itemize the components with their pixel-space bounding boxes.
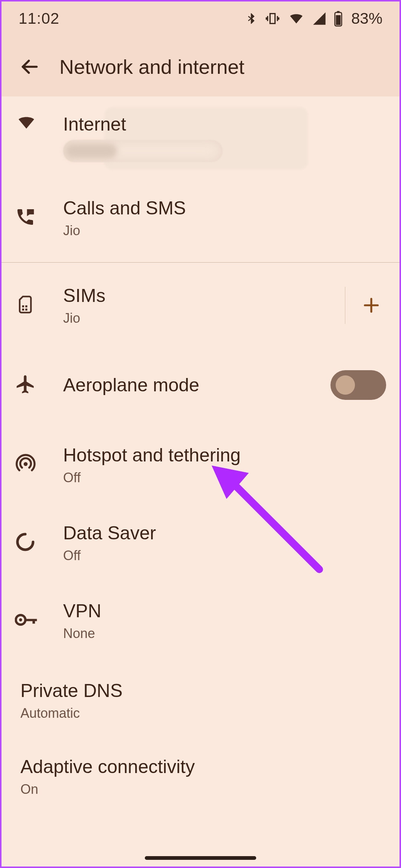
item-internet-title: Internet [63, 113, 386, 135]
cellular-signal-icon [312, 11, 327, 26]
item-adaptive-subtitle: On [20, 782, 386, 797]
wifi-icon [15, 113, 38, 133]
svg-rect-5 [22, 309, 24, 310]
svg-rect-2 [336, 15, 341, 25]
svg-rect-4 [25, 305, 27, 307]
item-data-saver-title: Data Saver [63, 522, 386, 544]
hotspot-icon [15, 453, 36, 476]
item-sims-subtitle: Jio [63, 310, 338, 326]
item-vpn-subtitle: None [63, 626, 386, 641]
status-icons: 83% [245, 10, 382, 27]
add-sim-button[interactable] [356, 290, 386, 320]
item-hotspot-subtitle: Off [63, 470, 386, 486]
sim-card-icon [15, 293, 34, 317]
item-adaptive-connectivity[interactable]: Adaptive connectivity On [0, 737, 401, 815]
item-internet-subtitle-redacted [63, 135, 386, 162]
page-title: Network and internet [59, 55, 244, 78]
item-sims-title: SIMs [63, 285, 338, 307]
item-sims[interactable]: SIMs Jio [0, 263, 401, 344]
svg-rect-1 [337, 11, 339, 13]
app-bar: Network and internet [0, 37, 401, 96]
svg-point-7 [24, 462, 28, 466]
back-button[interactable] [11, 48, 48, 85]
battery-percent: 83% [351, 10, 382, 27]
svg-point-9 [19, 618, 22, 621]
status-bar: 11:02 83% [0, 0, 401, 37]
status-time: 11:02 [19, 10, 59, 27]
phone-sms-icon [15, 207, 36, 229]
item-vpn-title: VPN [63, 600, 386, 622]
svg-rect-6 [25, 309, 27, 310]
item-private-dns-title: Private DNS [20, 680, 386, 702]
vibrate-icon [264, 11, 281, 26]
svg-rect-3 [22, 305, 24, 307]
vpn-key-icon [15, 612, 38, 629]
settings-list: Internet Calls and SMS Jio SIMs Jio [0, 96, 401, 815]
item-aeroplane-title: Aeroplane mode [63, 374, 323, 396]
item-internet[interactable]: Internet [0, 96, 401, 184]
airplane-icon [15, 374, 36, 397]
bluetooth-icon [245, 10, 258, 27]
data-saver-icon [15, 532, 36, 554]
item-hotspot-title: Hotspot and tethering [63, 444, 386, 466]
item-data-saver[interactable]: Data Saver Off [0, 504, 401, 582]
battery-icon [333, 10, 343, 27]
nav-handle[interactable] [145, 856, 256, 860]
divider-vertical [345, 287, 345, 324]
item-adaptive-title: Adaptive connectivity [20, 756, 386, 778]
item-aeroplane-mode[interactable]: Aeroplane mode [0, 344, 401, 426]
arrow-back-icon [19, 56, 40, 77]
item-calls-sms[interactable]: Calls and SMS Jio [0, 184, 401, 262]
aeroplane-mode-switch[interactable] [330, 370, 386, 400]
item-private-dns-subtitle: Automatic [20, 706, 386, 721]
item-hotspot[interactable]: Hotspot and tethering Off [0, 426, 401, 504]
plus-icon [362, 296, 381, 315]
wifi-icon [287, 11, 305, 26]
item-calls-sms-title: Calls and SMS [63, 197, 386, 219]
item-data-saver-subtitle: Off [63, 548, 386, 563]
item-vpn[interactable]: VPN None [0, 582, 401, 661]
item-calls-sms-subtitle: Jio [63, 223, 386, 239]
item-private-dns[interactable]: Private DNS Automatic [0, 661, 401, 737]
